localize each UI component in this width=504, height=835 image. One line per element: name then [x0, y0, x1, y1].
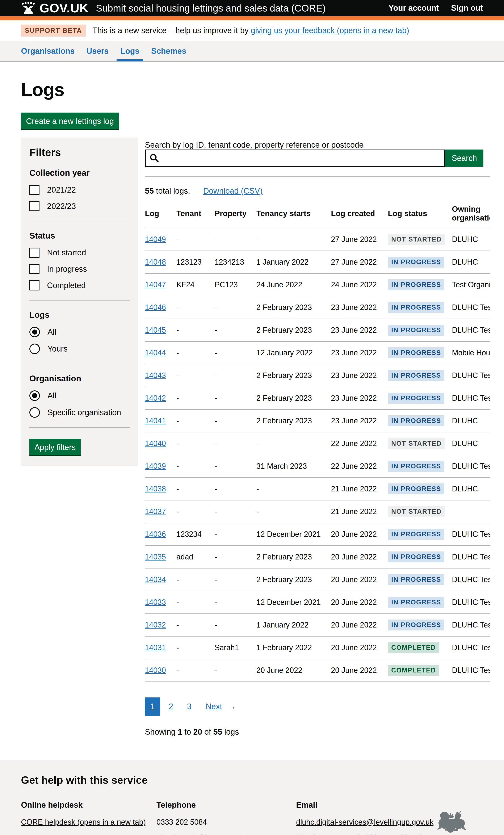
feedback-link[interactable]: giving us your feedback (opens in a new … — [251, 26, 409, 35]
apply-filters-button[interactable]: Apply filters — [29, 439, 81, 455]
checkbox-icon[interactable] — [29, 264, 39, 274]
radio-icon[interactable] — [29, 344, 40, 354]
pagination-page-2[interactable]: 2 — [163, 697, 179, 716]
radio-option[interactable]: Yours — [29, 344, 130, 354]
cell-property: 1234213 — [215, 251, 257, 273]
checkbox-option[interactable]: Completed — [29, 280, 130, 290]
status-badge: IN PROGRESS — [388, 302, 444, 313]
radio-option[interactable]: Specific organisation — [29, 407, 130, 418]
checkbox-option[interactable]: In progress — [29, 264, 130, 274]
log-link[interactable]: 14047 — [145, 280, 166, 289]
log-link[interactable]: 14033 — [145, 598, 166, 607]
download-csv-link[interactable]: Download (CSV) — [203, 186, 263, 196]
nav-item-schemes[interactable]: Schemes — [151, 41, 186, 61]
crown-icon — [21, 2, 36, 14]
radio-option[interactable]: All — [29, 390, 130, 401]
header-logo-group[interactable]: GOV.UK Submit social housing lettings an… — [21, 1, 388, 15]
checkbox-option[interactable]: 2021/22 — [29, 185, 130, 195]
search-input[interactable] — [145, 149, 445, 167]
pagination-next-link[interactable]: Next — [206, 702, 222, 711]
log-link[interactable]: 14035 — [145, 552, 166, 561]
col-header-owning-organisation: Owning organisation — [452, 205, 490, 228]
log-link[interactable]: 14046 — [145, 303, 166, 312]
checkbox-option[interactable]: Not started — [29, 248, 130, 258]
log-link[interactable]: 14041 — [145, 416, 166, 425]
log-link[interactable]: 14044 — [145, 348, 166, 357]
results-summary: Showing 1 to 20 of 55 logs — [145, 728, 490, 736]
checkbox-icon[interactable] — [29, 280, 39, 290]
nav-item-logs[interactable]: Logs — [120, 41, 139, 61]
cell-log-status: NOT STARTED — [388, 228, 452, 251]
table-row: 14034--2 February 202320 June 2022IN PRO… — [145, 568, 490, 591]
radio-icon[interactable] — [29, 327, 40, 337]
sign-out-link[interactable]: Sign out — [451, 4, 483, 13]
status-badge: IN PROGRESS — [388, 484, 444, 494]
cell-property: - — [215, 296, 257, 319]
cell-log-status: IN PROGRESS — [388, 523, 452, 546]
your-account-link[interactable]: Your account — [388, 4, 439, 13]
option-label: All — [47, 391, 56, 400]
checkbox-option[interactable]: 2022/23 — [29, 201, 130, 211]
checkbox-icon[interactable] — [29, 185, 39, 195]
table-row: 14044--12 January 202223 June 2022IN PRO… — [145, 342, 490, 364]
cell-property: PC123 — [215, 273, 257, 296]
email-link[interactable]: dluhc.digital-services@levellingup.gov.u… — [296, 818, 434, 827]
log-link[interactable]: 14036 — [145, 530, 166, 538]
cell-log-created: 20 June 2022 — [331, 568, 388, 591]
checkbox-icon[interactable] — [29, 201, 39, 211]
col-header-tenancy-starts: Tenancy starts — [257, 205, 331, 228]
primary-nav: Organisations Users Logs Schemes — [0, 41, 504, 62]
cell-log-status: IN PROGRESS — [388, 319, 452, 342]
service-name[interactable]: Submit social housing lettings and sales… — [96, 2, 325, 14]
cell-owning-organisation: DLUHC Test — [452, 614, 490, 636]
cell-owning-organisation: DLUHC Test — [452, 659, 490, 682]
radio-icon[interactable] — [29, 407, 40, 418]
cell-log-status: IN PROGRESS — [388, 455, 452, 477]
radio-option[interactable]: All — [29, 327, 130, 337]
cell-tenant: - — [176, 500, 215, 523]
cell-tenancy-starts: 24 June 2022 — [257, 273, 331, 296]
status-badge: COMPLETED — [388, 642, 439, 653]
nav-item-organisations[interactable]: Organisations — [21, 41, 75, 61]
cell-log-status: IN PROGRESS — [388, 477, 452, 500]
logs-results-section: Search by log ID, tenant code, property … — [145, 138, 490, 736]
search-button[interactable]: Search — [445, 149, 483, 167]
core-helpdesk-link[interactable]: CORE helpdesk (opens in a new tab) — [21, 818, 146, 827]
cell-log-created: 27 June 2022 — [331, 228, 388, 251]
footer-email-column: Email dluhc.digital-services@levellingup… — [296, 799, 447, 835]
checkbox-icon[interactable] — [29, 248, 39, 258]
cell-owning-organisation: DLUHC Test — [452, 319, 490, 342]
log-link[interactable]: 14049 — [145, 235, 166, 244]
log-link[interactable]: 14039 — [145, 462, 166, 470]
table-row: 1404812312312342131 January 202227 June … — [145, 251, 490, 273]
log-link[interactable]: 14040 — [145, 439, 166, 448]
radio-icon[interactable] — [29, 390, 40, 401]
cell-tenant: - — [176, 228, 215, 251]
cell-property: - — [215, 568, 257, 591]
log-link[interactable]: 14042 — [145, 394, 166, 402]
pagination-page-3[interactable]: 3 — [181, 697, 197, 716]
table-row: 14039--31 March 202322 June 2022IN PROGR… — [145, 455, 490, 477]
log-link[interactable]: 14043 — [145, 371, 166, 380]
log-link[interactable]: 14032 — [145, 620, 166, 629]
log-link[interactable]: 14037 — [145, 507, 166, 516]
cell-tenancy-starts: 12 December 2021 — [257, 591, 331, 614]
create-lettings-log-button[interactable]: Create a new lettings log — [21, 113, 119, 129]
nav-item-users[interactable]: Users — [86, 41, 109, 61]
cell-tenant: - — [176, 319, 215, 342]
pagination-page-1-current[interactable]: 1 — [145, 697, 160, 716]
log-link[interactable]: 14030 — [145, 666, 166, 675]
table-row: 14046--2 February 202323 June 2022IN PRO… — [145, 296, 490, 319]
cell-tenant: 123123 — [176, 251, 215, 273]
cell-log-status: IN PROGRESS — [388, 364, 452, 387]
log-link[interactable]: 14045 — [145, 326, 166, 334]
cell-log-created: 21 June 2022 — [331, 477, 388, 500]
status-badge: NOT STARTED — [388, 438, 445, 449]
log-link[interactable]: 14034 — [145, 575, 166, 584]
cell-log-status: IN PROGRESS — [388, 296, 452, 319]
log-link[interactable]: 14031 — [145, 643, 166, 652]
log-link[interactable]: 14048 — [145, 258, 166, 266]
logs-table: Log Tenant Property Tenancy starts Log c… — [145, 205, 490, 682]
log-link[interactable]: 14038 — [145, 485, 166, 493]
cell-owning-organisation: DLUHC Test — [452, 455, 490, 477]
